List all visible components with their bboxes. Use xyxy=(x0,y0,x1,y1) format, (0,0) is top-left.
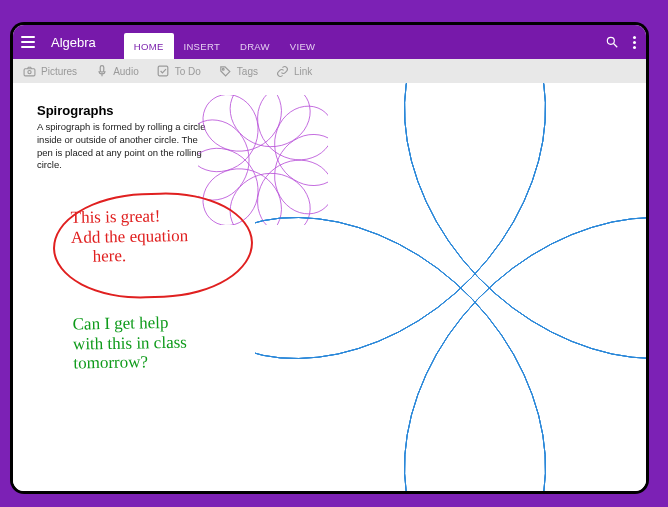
insert-toolbar: Pictures Audio To Do Tags xyxy=(13,59,646,83)
tab-view[interactable]: VIEW xyxy=(280,33,325,59)
ink-red-text: This is great! Add the equation here. xyxy=(70,206,188,267)
tool-tags[interactable]: Tags xyxy=(219,65,258,78)
tool-pictures[interactable]: Pictures xyxy=(23,65,77,78)
ink-red-annotation: This is great! Add the equation here. xyxy=(53,193,258,303)
app-header: Algebra HOME INSERT DRAW VIEW xyxy=(13,25,646,59)
tool-link[interactable]: Link xyxy=(276,65,312,78)
tool-audio[interactable]: Audio xyxy=(95,65,139,78)
ink-red-oval xyxy=(51,190,255,302)
ink-green-text: Can I get help with this in class tomorr… xyxy=(73,311,254,373)
tab-draw[interactable]: DRAW xyxy=(230,33,280,59)
ribbon-tabs: HOME INSERT DRAW VIEW xyxy=(124,25,326,59)
note-body: A spirograph is formed by rolling a circ… xyxy=(37,121,207,172)
camera-icon xyxy=(23,65,36,78)
svg-rect-4 xyxy=(100,65,104,72)
text-block[interactable]: Spirographs A spirograph is formed by ro… xyxy=(37,103,207,172)
spirograph-small xyxy=(198,95,328,225)
page-title: Algebra xyxy=(51,35,96,50)
tool-label: Pictures xyxy=(41,66,77,77)
menu-icon[interactable] xyxy=(21,33,39,51)
svg-point-6 xyxy=(223,68,225,70)
svg-rect-2 xyxy=(24,68,35,75)
svg-point-3 xyxy=(28,70,31,73)
tool-todo[interactable]: To Do xyxy=(157,65,201,78)
svg-rect-5 xyxy=(158,66,168,76)
tablet-frame: Algebra HOME INSERT DRAW VIEW xyxy=(10,22,649,494)
spirograph-big xyxy=(255,83,646,491)
svg-point-0 xyxy=(607,37,614,44)
checkbox-icon xyxy=(157,65,170,78)
tab-insert[interactable]: INSERT xyxy=(174,33,230,59)
ink-green-annotation: Can I get help with this in class tomorr… xyxy=(73,313,253,372)
more-icon[interactable] xyxy=(633,36,638,49)
search-icon[interactable] xyxy=(605,35,619,49)
note-heading: Spirographs xyxy=(37,103,207,118)
app-screen: Algebra HOME INSERT DRAW VIEW xyxy=(13,25,646,491)
tool-label: To Do xyxy=(175,66,201,77)
tool-label: Tags xyxy=(237,66,258,77)
tool-label: Link xyxy=(294,66,312,77)
tab-home[interactable]: HOME xyxy=(124,33,174,59)
tag-icon xyxy=(219,65,232,78)
tool-label: Audio xyxy=(113,66,139,77)
note-canvas[interactable]: Spirographs A spirograph is formed by ro… xyxy=(13,83,646,491)
microphone-icon xyxy=(95,65,108,78)
svg-line-1 xyxy=(614,44,618,48)
link-icon xyxy=(276,65,289,78)
